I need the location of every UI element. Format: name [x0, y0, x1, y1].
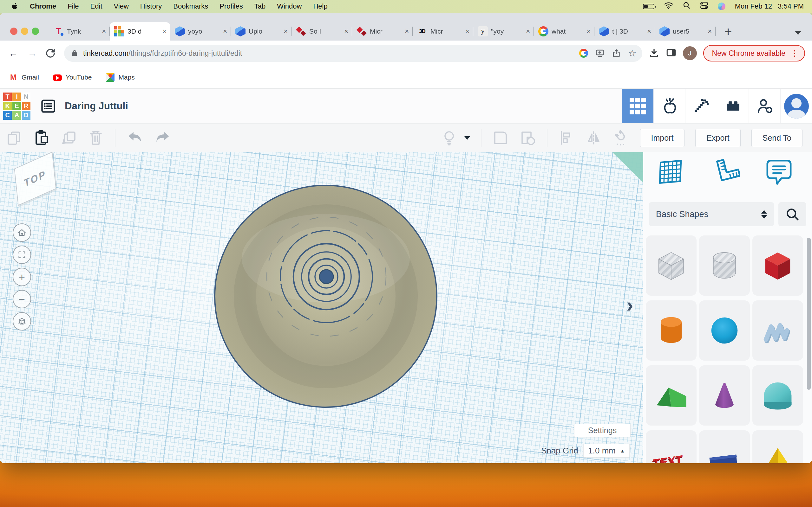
control-center-icon[interactable] — [700, 2, 708, 11]
import-button[interactable]: Import — [640, 129, 685, 147]
bookmark-item[interactable]: Gmail — [9, 73, 39, 82]
shape-wedge-blue[interactable] — [699, 430, 750, 463]
shape-cylinder-orange[interactable] — [646, 300, 697, 360]
brick-export-button[interactable] — [717, 89, 749, 123]
menubar-item[interactable]: View — [114, 2, 129, 10]
browser-tab[interactable]: yoyo × — [170, 22, 231, 41]
apple-menu-icon[interactable] — [11, 2, 18, 10]
bookmark-item[interactable]: YouTube — [53, 73, 92, 81]
menubar-item[interactable]: Window — [277, 2, 302, 10]
snap-grid-select[interactable]: 1.0 mm ▲ — [583, 444, 629, 458]
back-button[interactable]: ← — [7, 48, 20, 59]
minimize-window-button[interactable] — [21, 27, 28, 35]
tab-close-icon[interactable]: × — [526, 28, 530, 35]
shape-round-roof-teal[interactable] — [752, 365, 803, 426]
share-icon[interactable] — [612, 49, 621, 58]
menubar-item[interactable]: File — [67, 2, 79, 10]
sim-lab-button[interactable] — [653, 89, 685, 123]
magnet-button[interactable] — [613, 130, 629, 146]
shape-cylinder-transparent[interactable] — [699, 235, 750, 296]
design-title[interactable]: Daring Juttuli — [65, 101, 128, 112]
tinkercad-logo[interactable]: TINKERCAD — [3, 93, 31, 120]
tab-close-icon[interactable]: × — [405, 28, 409, 35]
zoom-in-button[interactable]: + — [13, 268, 31, 286]
fit-view-button[interactable] — [13, 245, 31, 264]
menubar-item[interactable]: Help — [313, 2, 327, 10]
wifi-icon[interactable] — [664, 2, 673, 11]
chrome-update-button[interactable]: New Chrome available ⋮ — [703, 45, 805, 61]
blocks-view-button[interactable] — [622, 89, 653, 123]
settings-button[interactable]: Settings — [574, 424, 630, 437]
minecraft-export-button[interactable] — [685, 89, 717, 123]
duplicate-button[interactable] — [60, 130, 77, 146]
zoom-out-button[interactable]: − — [13, 290, 31, 308]
google-icon[interactable] — [579, 49, 588, 58]
send-to-button[interactable]: Send To — [751, 129, 803, 147]
tab-close-icon[interactable]: × — [708, 28, 712, 35]
invite-collaborator-button[interactable] — [749, 89, 780, 123]
side-panel-icon[interactable] — [666, 47, 676, 59]
reload-button[interactable] — [45, 48, 58, 59]
copy-button[interactable] — [6, 130, 22, 146]
shape-text-red[interactable]: TEXT TEXT — [646, 430, 697, 463]
bulb-dropdown-icon[interactable] — [464, 136, 470, 140]
group-button[interactable] — [492, 130, 509, 146]
browser-tab[interactable]: Tynk × — [49, 22, 110, 41]
tab-close-icon[interactable]: × — [344, 28, 348, 35]
browser-tab[interactable]: Micr × — [413, 22, 473, 41]
perspective-toggle-button[interactable] — [13, 312, 31, 331]
new-tab-button[interactable]: + — [724, 25, 732, 38]
forward-button[interactable]: → — [26, 48, 39, 59]
undo-button[interactable] — [126, 129, 143, 147]
spotlight-icon[interactable] — [683, 2, 691, 11]
yoyo-model[interactable] — [212, 182, 440, 410]
menubar-clock[interactable]: Mon Feb 12 3:54 PM — [735, 2, 804, 10]
home-view-button[interactable] — [13, 223, 31, 242]
tab-close-icon[interactable]: × — [162, 28, 166, 35]
mirror-button[interactable] — [586, 130, 602, 146]
browser-tab[interactable]: what × — [534, 22, 595, 41]
browser-tab[interactable]: "yoy × — [473, 22, 534, 41]
tab-close-icon[interactable]: × — [647, 28, 651, 35]
shape-box-transparent[interactable] — [646, 235, 697, 296]
tab-close-icon[interactable]: × — [284, 28, 288, 35]
menubar-item[interactable]: Edit — [90, 2, 102, 10]
chrome-profile-avatar[interactable]: J — [683, 46, 697, 60]
menubar-item[interactable]: Profiles — [219, 2, 243, 10]
delete-button[interactable] — [88, 130, 104, 146]
tab-close-icon[interactable]: × — [465, 28, 469, 35]
zoom-window-button[interactable] — [32, 27, 39, 35]
tab-search-chevron-icon[interactable] — [795, 31, 801, 35]
shape-pyramid-yellow[interactable] — [752, 430, 803, 463]
shape-roof-green[interactable] — [646, 365, 697, 426]
show-hide-bulb-button[interactable] — [441, 130, 457, 146]
siri-icon[interactable] — [718, 3, 725, 10]
menubar-item[interactable]: History — [140, 2, 162, 10]
menubar-item[interactable]: Bookmarks — [173, 2, 208, 10]
shape-box-red[interactable] — [752, 235, 803, 296]
battery-icon[interactable] — [643, 4, 654, 9]
shape-cone-purple[interactable] — [699, 365, 750, 426]
panel-scrollbar[interactable] — [807, 238, 811, 390]
shape-scribble[interactable] — [752, 300, 803, 360]
kebab-menu-icon[interactable]: ⋮ — [791, 49, 799, 58]
redo-button[interactable] — [154, 129, 171, 147]
tab-close-icon[interactable]: × — [587, 28, 591, 35]
ungroup-button[interactable] — [519, 130, 536, 146]
ruler-tool[interactable] — [711, 158, 740, 186]
tab-close-icon[interactable]: × — [102, 28, 106, 35]
design-menu-icon[interactable] — [40, 98, 56, 114]
browser-tab[interactable]: Micr × — [352, 22, 413, 41]
account-avatar-button[interactable] — [780, 89, 812, 123]
browser-tab[interactable]: Uplo × — [231, 22, 292, 41]
browser-tab[interactable]: 3D d × — [110, 22, 170, 41]
browser-tab[interactable]: So I × — [292, 22, 352, 41]
menubar-item[interactable]: Chrome — [30, 2, 56, 10]
collapse-panel-chevron[interactable]: › — [626, 293, 633, 317]
menubar-item[interactable]: Tab — [254, 2, 265, 10]
tab-close-icon[interactable]: × — [223, 28, 227, 35]
align-button[interactable] — [558, 130, 575, 146]
shape-sphere-blue[interactable] — [699, 300, 750, 360]
paste-button[interactable] — [33, 130, 49, 146]
address-bar[interactable]: tinkercad.com/things/fdrzptifn6o-daring-… — [64, 45, 642, 62]
